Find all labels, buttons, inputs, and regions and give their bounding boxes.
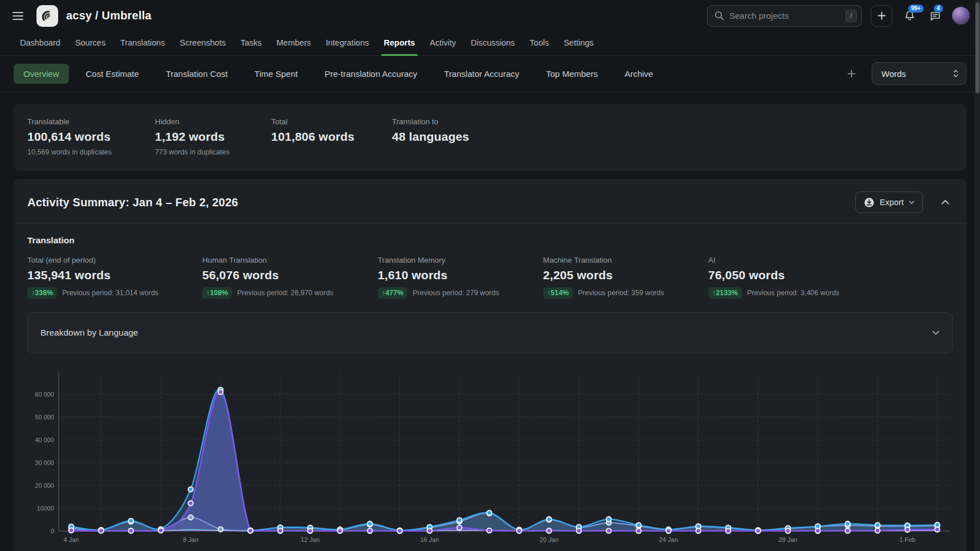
- report-tab-overview[interactable]: Overview: [14, 64, 69, 84]
- svg-text:0: 0: [51, 528, 54, 534]
- export-button[interactable]: Export: [855, 191, 923, 213]
- breakdown-label: Breakdown by Language: [40, 328, 138, 338]
- stat-human-translation: Human Translation 56,076 words ↑108%Prev…: [202, 256, 378, 299]
- collapse-section-button[interactable]: [938, 197, 953, 208]
- svg-text:1 Feb: 1 Feb: [900, 536, 916, 543]
- breakdown-by-language-toggle[interactable]: Breakdown by Language: [27, 312, 953, 353]
- stat-value: 1,192 words: [155, 130, 271, 144]
- search-icon: [714, 11, 724, 21]
- tab-members[interactable]: Members: [269, 31, 318, 55]
- svg-text:24 Jan: 24 Jan: [659, 536, 678, 543]
- topbar-actions: / 99+ 4: [707, 5, 970, 27]
- stat-hidden: Hidden 1,192 words 773 words in duplicat…: [155, 117, 271, 156]
- svg-text:50 000: 50 000: [35, 414, 54, 421]
- stat-label: AI: [708, 256, 953, 264]
- stat-translation-memory: Translation Memory 1,610 words ↑477%Prev…: [378, 256, 543, 299]
- add-report-button[interactable]: [844, 66, 859, 81]
- report-tab-time-spent[interactable]: Time Spent: [245, 64, 308, 84]
- stat-translatable: Translatable 100,614 words 10,569 words …: [27, 117, 155, 156]
- plus-icon: [877, 11, 887, 21]
- change-badge: ↑2133%: [708, 287, 742, 299]
- previous-period: Previous period: 26,970 words: [237, 289, 333, 297]
- svg-text:20 000: 20 000: [35, 482, 54, 489]
- tab-reports[interactable]: Reports: [377, 31, 423, 55]
- stat-value: 2,205 words: [543, 268, 708, 282]
- svg-text:60 000: 60 000: [35, 391, 54, 398]
- svg-text:30 000: 30 000: [35, 459, 54, 466]
- notifications-button[interactable]: 99+: [901, 7, 918, 25]
- tab-integrations[interactable]: Integrations: [318, 31, 377, 55]
- activity-header: Activity Summary: Jan 4 – Feb 2, 2026 Ex…: [27, 191, 953, 213]
- page-scrollbar[interactable]: [975, 0, 980, 551]
- report-tab-cost-estimate[interactable]: Cost Estimate: [76, 64, 149, 84]
- stat-translation-to: Translation to 48 languages: [392, 117, 953, 156]
- tab-tools[interactable]: Tools: [522, 31, 557, 55]
- activity-summary-card: Activity Summary: Jan 4 – Feb 2, 2026 Ex…: [14, 179, 966, 551]
- activity-chart: 01000020 00030 00040 00050 00060 0004 Ja…: [27, 368, 953, 549]
- project-nav: Dashboard Sources Translations Screensho…: [0, 31, 980, 56]
- tab-translations[interactable]: Translations: [113, 31, 172, 55]
- tab-tasks[interactable]: Tasks: [233, 31, 269, 55]
- tab-sources[interactable]: Sources: [68, 31, 113, 55]
- caret-down-icon: [909, 201, 914, 204]
- svg-text:16 Jan: 16 Jan: [420, 536, 439, 543]
- svg-text:4 Jan: 4 Jan: [64, 536, 79, 543]
- report-tab-translator-accuracy[interactable]: Translator Accuracy: [434, 64, 529, 84]
- stat-label: Machine Translation: [543, 256, 708, 264]
- topbar: acsy / Umbrella / 99+: [0, 0, 980, 31]
- search-input[interactable]: [729, 11, 846, 21]
- tab-settings[interactable]: Settings: [556, 31, 601, 55]
- change-badge: ↑108%: [202, 287, 232, 299]
- tab-activity[interactable]: Activity: [422, 31, 463, 55]
- chevron-up-icon: [941, 200, 949, 205]
- report-unit-select[interactable]: Words: [872, 62, 966, 85]
- notifications-count-badge: 99+: [908, 5, 924, 13]
- previous-period: Previous period: 31,014 words: [62, 289, 158, 297]
- stat-value: 76,050 words: [708, 268, 953, 282]
- report-tab-archive[interactable]: Archive: [615, 64, 663, 84]
- stat-label: Total: [271, 117, 392, 126]
- stat-value: 100,614 words: [27, 130, 155, 144]
- project-breadcrumb: acsy / Umbrella: [66, 9, 152, 22]
- project-logo[interactable]: [36, 5, 58, 27]
- stat-label: Total (end of period): [27, 256, 202, 264]
- words-summary-card: Translatable 100,614 words 10,569 words …: [14, 104, 966, 171]
- user-avatar[interactable]: [952, 7, 970, 25]
- create-new-button[interactable]: [871, 5, 892, 27]
- stat-machine-translation: Machine Translation 2,205 words ↑514%Pre…: [543, 256, 708, 299]
- stat-value: 56,076 words: [202, 268, 378, 282]
- change-badge: ↑477%: [378, 287, 407, 299]
- download-icon: [864, 197, 875, 208]
- tab-dashboard[interactable]: Dashboard: [13, 31, 68, 55]
- brand-swirl-icon: [40, 9, 55, 23]
- messages-button[interactable]: 4: [926, 7, 944, 25]
- previous-period: Previous period: 3,406 words: [747, 289, 839, 297]
- stat-value: 48 languages: [392, 130, 953, 144]
- change-badge: ↑514%: [543, 287, 573, 299]
- translation-stats-row: Total (end of period) 135,941 words ↑338…: [27, 256, 953, 299]
- tab-discussions[interactable]: Discussions: [463, 31, 522, 55]
- stat-sub: 773 words in duplicates: [155, 148, 271, 156]
- stat-label: Translatable: [27, 117, 155, 126]
- search-box[interactable]: /: [707, 5, 862, 27]
- translation-section-title: Translation: [27, 235, 953, 246]
- chevron-down-icon: [932, 330, 940, 335]
- report-tab-top-members[interactable]: Top Members: [536, 64, 607, 84]
- svg-text:28 Jan: 28 Jan: [778, 536, 797, 543]
- messages-count-badge: 4: [934, 5, 943, 13]
- unit-select-value: Words: [881, 69, 953, 79]
- scrollbar-thumb[interactable]: [975, 2, 979, 93]
- reports-subnav: Overview Cost Estimate Translation Cost …: [0, 56, 980, 92]
- report-tab-pre-translation-accuracy[interactable]: Pre-translation Accuracy: [315, 64, 427, 84]
- tab-screenshots[interactable]: Screenshots: [173, 31, 234, 55]
- stat-value: 1,610 words: [378, 268, 543, 282]
- activity-title: Activity Summary: Jan 4 – Feb 2, 2026: [27, 196, 238, 209]
- report-tab-translation-cost[interactable]: Translation Cost: [156, 64, 238, 84]
- svg-text:20 Jan: 20 Jan: [540, 536, 558, 543]
- stat-label: Translation to: [392, 117, 953, 126]
- plus-icon: [847, 70, 856, 78]
- stat-total-end-of-period: Total (end of period) 135,941 words ↑338…: [27, 256, 202, 299]
- divider: [14, 223, 966, 224]
- stat-value: 101,806 words: [271, 130, 392, 144]
- hamburger-menu-icon[interactable]: [13, 10, 27, 22]
